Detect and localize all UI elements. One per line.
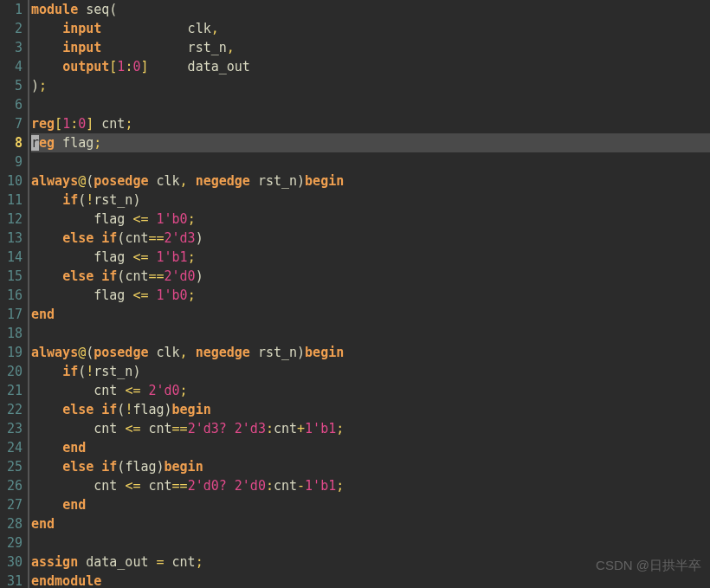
code-line[interactable]	[31, 533, 710, 552]
token-id: cnt	[140, 421, 171, 436]
code-line[interactable]	[31, 95, 710, 114]
token-paren: )	[157, 459, 165, 475]
code-line[interactable]	[31, 324, 710, 343]
code-line[interactable]: );	[31, 76, 710, 95]
token-punct: !	[86, 192, 94, 208]
token-id: cnt	[140, 478, 171, 494]
token-punct: ;	[188, 211, 196, 227]
token-op: +	[297, 421, 305, 436]
token-punct: [	[109, 59, 117, 74]
token-id	[31, 364, 62, 379]
token-id: cnt	[31, 421, 125, 436]
code-line[interactable]: else if(cnt==2'd3)	[31, 229, 710, 248]
token-punct: ;	[94, 135, 101, 151]
line-number: 18	[0, 324, 23, 343]
code-line[interactable]: reg[1:0] cnt;	[31, 114, 710, 133]
line-number: 23	[0, 419, 23, 438]
token-id: data_out	[148, 59, 249, 74]
token-id: clk	[148, 345, 179, 360]
token-punct: :	[70, 116, 78, 132]
token-id	[31, 459, 62, 475]
code-line[interactable]: input rst_n,	[31, 38, 710, 57]
token-op: <=	[132, 211, 148, 227]
code-line[interactable]: flag <= 1'b0;	[31, 210, 710, 229]
token-id	[148, 211, 156, 227]
line-number: 24	[0, 438, 23, 457]
code-line[interactable]: output[1:0] data_out	[31, 57, 710, 76]
code-line[interactable]: flag <= 1'b1;	[31, 248, 710, 267]
token-id	[188, 173, 196, 189]
token-op: =	[157, 554, 165, 570]
code-line[interactable]: end	[31, 305, 710, 324]
token-op: ==	[172, 478, 188, 494]
code-line[interactable]: end	[31, 514, 710, 533]
code-line[interactable]: if(!rst_n)	[31, 362, 710, 381]
token-num: 1'b1	[157, 249, 188, 265]
line-number: 26	[0, 476, 23, 495]
code-line[interactable]	[31, 152, 710, 171]
token-punct: ;	[180, 383, 188, 398]
line-number: 28	[0, 514, 23, 533]
line-number-gutter: 1234567891011121314151617181920212223242…	[0, 0, 28, 588]
token-kw: begin	[165, 459, 203, 475]
token-punct: ,	[180, 345, 188, 360]
token-punct: ;	[188, 249, 196, 265]
code-editor[interactable]: 1234567891011121314151617181920212223242…	[0, 0, 710, 588]
code-line[interactable]: cnt <= cnt==2'd3? 2'd3:cnt+1'b1;	[31, 419, 710, 438]
code-line[interactable]: input clk,	[31, 19, 710, 38]
line-number: 13	[0, 229, 23, 248]
token-id: flag	[55, 135, 94, 151]
token-id	[227, 421, 235, 436]
code-line[interactable]: reg flag;	[31, 133, 710, 152]
token-punct: @	[78, 173, 86, 189]
code-line[interactable]: cnt <= 2'd0;	[31, 381, 710, 400]
code-line[interactable]: always@(posedge clk, negedge rst_n)begin	[31, 171, 710, 191]
token-id: data_out	[78, 554, 156, 570]
token-num: 1	[62, 116, 70, 132]
code-area[interactable]: module seq( input clk, input rst_n, outp…	[29, 0, 710, 588]
token-paren: )	[297, 173, 305, 189]
token-punct: [	[55, 116, 62, 132]
token-kw: module	[31, 2, 78, 17]
token-id: cnt	[125, 268, 148, 284]
token-kw: if	[62, 192, 78, 208]
token-id	[148, 249, 156, 265]
token-id	[31, 59, 62, 74]
code-line[interactable]: end	[31, 495, 710, 514]
code-line[interactable]: always@(posedge clk, negedge rst_n)begin	[31, 343, 710, 362]
token-paren: )	[297, 345, 305, 360]
code-line[interactable]: else if(flag)begin	[31, 457, 710, 476]
token-punct: ]	[86, 116, 94, 132]
token-kw: input	[62, 21, 101, 36]
token-id: cnt	[274, 478, 297, 494]
token-num: 2'd0	[235, 478, 266, 494]
code-line[interactable]: module seq(	[31, 0, 710, 19]
token-kw: if	[101, 459, 117, 475]
token-kw: begin	[305, 173, 344, 189]
code-line[interactable]: flag <= 1'b0;	[31, 286, 710, 305]
code-line[interactable]: end	[31, 438, 710, 457]
code-line[interactable]: else if(!flag)begin	[31, 400, 710, 419]
token-kw: negedge	[196, 173, 250, 189]
token-id: seq	[78, 2, 109, 17]
code-line[interactable]: if(!rst_n)	[31, 191, 710, 210]
token-id: flag	[132, 402, 164, 417]
code-line[interactable]: cnt <= cnt==2'd0? 2'd0:cnt-1'b1;	[31, 476, 710, 495]
token-kw: else	[62, 459, 94, 475]
code-line[interactable]: else if(cnt==2'd0)	[31, 267, 710, 286]
token-punct: @	[78, 345, 86, 360]
token-paren: (	[86, 345, 94, 360]
token-id: cnt	[31, 478, 125, 494]
line-number: 27	[0, 495, 23, 514]
token-kw: else	[62, 230, 94, 246]
token-kw: end	[31, 516, 55, 532]
token-op: <=	[125, 421, 140, 436]
line-number: 11	[0, 191, 23, 210]
token-paren: (	[86, 173, 94, 189]
token-kw: else	[62, 402, 94, 417]
token-num: 2'd3	[165, 230, 196, 246]
line-number: 3	[0, 38, 23, 57]
token-num: 2'd0?	[188, 478, 227, 494]
token-paren: )	[196, 230, 203, 246]
token-punct: ;	[196, 554, 203, 570]
